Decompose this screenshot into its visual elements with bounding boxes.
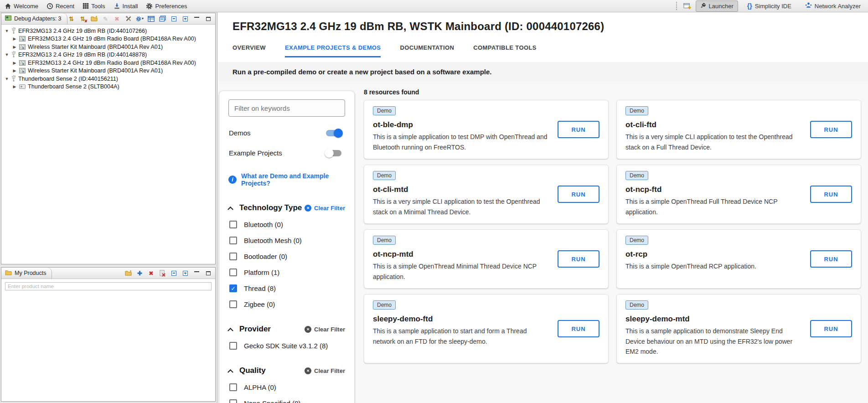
menu-preferences-label: Preferences xyxy=(155,3,187,10)
delete-product-icon[interactable]: ✖ xyxy=(147,269,155,277)
remove-all-products-icon[interactable] xyxy=(159,269,166,277)
expander-icon[interactable]: ▶ xyxy=(12,36,17,41)
minimize-icon[interactable] xyxy=(193,269,201,277)
chevron-up-icon[interactable] xyxy=(227,369,233,375)
tree-row[interactable]: ▼ EFR32MG13 2.4 GHz 19 dBm RB (ID:440107… xyxy=(1,27,215,35)
expander-icon[interactable]: ▶ xyxy=(12,84,17,89)
quality-clear-filter[interactable]: ✕ Clear Filter xyxy=(305,367,345,374)
checkbox[interactable] xyxy=(229,253,237,260)
tree-row[interactable]: ▶ Wireless Starter Kit Mainboard (BRD400… xyxy=(1,43,215,51)
menubar: Welcome Recent Tools Install Preferences… xyxy=(0,0,868,12)
maximize-icon[interactable] xyxy=(204,269,212,277)
debug-adapters-title: Debug Adapters: 3 xyxy=(14,16,62,22)
filter-option-alpha[interactable]: ALPHA (0) xyxy=(228,383,345,391)
tree-row-label: EFR32MG13 2.4 GHz 19 dBm Radio Board (BR… xyxy=(28,60,196,66)
tree-row[interactable]: ▶ Thunderboard Sense 2 (SLTB004A) xyxy=(1,83,215,91)
perspective-simplicity-ide[interactable]: {} Simplicity IDE xyxy=(743,0,796,11)
add-product-icon[interactable]: ✚ xyxy=(136,269,144,277)
card-ot-ncp-mtd: Demo ot-ncp-mtd This is a simple OpenThr… xyxy=(364,229,609,289)
expander-icon[interactable]: ▶ xyxy=(12,68,17,73)
run-button[interactable]: RUN xyxy=(558,186,599,203)
tab-bar: OVERVIEW EXAMPLE PROJECTS & DEMOS DOCUME… xyxy=(232,44,537,57)
rename-icon[interactable]: ✎ xyxy=(102,15,109,23)
settings-gear-icon[interactable]: ▾ xyxy=(136,15,144,23)
menu-recent[interactable]: Recent xyxy=(46,3,74,10)
run-button[interactable]: RUN xyxy=(810,320,852,337)
menu-welcome[interactable]: Welcome xyxy=(5,3,38,10)
filter-option-platform[interactable]: Platform (1) xyxy=(228,269,345,276)
checkbox[interactable] xyxy=(229,237,237,244)
my-products-panel: My Products ✚ ✖ xyxy=(1,267,216,402)
checkbox[interactable] xyxy=(229,221,237,228)
menu-tools[interactable]: Tools xyxy=(83,3,105,10)
tab-example-projects-demos[interactable]: EXAMPLE PROJECTS & DEMOS xyxy=(285,44,381,57)
tree-row[interactable]: ▶ EFR32MG13 2.4 GHz 19 dBm Radio Board (… xyxy=(1,35,215,43)
expander-icon[interactable]: ▶ xyxy=(12,61,17,65)
tree-row[interactable]: ▼ Thunderboard Sense 2 (ID:440156211) xyxy=(1,75,215,83)
minimize-icon[interactable] xyxy=(193,15,201,23)
chevron-up-icon[interactable] xyxy=(227,206,233,212)
tab-compatible-tools[interactable]: COMPATIBLE TOOLS xyxy=(473,44,537,57)
checkbox[interactable] xyxy=(229,383,237,391)
adapter-tools-icon[interactable] xyxy=(124,15,132,23)
tab-documentation[interactable]: DOCUMENTATION xyxy=(400,44,454,57)
open-perspective-icon[interactable] xyxy=(683,2,691,10)
expand-all-icon[interactable] xyxy=(181,15,189,23)
expand-all-icon[interactable] xyxy=(181,269,189,277)
run-button[interactable]: RUN xyxy=(810,186,852,203)
keyword-filter-input[interactable] xyxy=(228,99,345,117)
expander-icon[interactable]: ▼ xyxy=(5,77,9,81)
menu-preferences[interactable]: Preferences xyxy=(146,3,187,10)
filter-option-bootloader[interactable]: Bootloader (0) xyxy=(228,253,345,260)
demos-toggle[interactable] xyxy=(326,130,341,136)
expander-icon[interactable]: ▼ xyxy=(5,52,9,57)
tree-row[interactable]: ▶ EFR32MG13 2.4 GHz 19 dBm Radio Board (… xyxy=(1,59,215,67)
checkbox[interactable] xyxy=(229,269,237,276)
table-view-icon[interactable] xyxy=(147,15,155,23)
disconnect-icon[interactable]: ⇅✘ xyxy=(79,15,87,23)
connect-icon[interactable]: ⇅ xyxy=(67,15,75,23)
example-projects-toggle[interactable] xyxy=(326,150,341,156)
filter-option-zigbee[interactable]: Zigbee (0) xyxy=(228,300,345,308)
filter-option-none-specified[interactable]: None Specified (8) xyxy=(228,399,345,403)
collapse-all-icon[interactable] xyxy=(170,269,178,277)
checkbox-checked[interactable]: ✓ xyxy=(229,284,237,292)
checkbox[interactable] xyxy=(229,399,237,403)
chevron-up-icon[interactable] xyxy=(227,327,233,333)
layered-view-icon[interactable] xyxy=(159,15,166,23)
product-name-input[interactable] xyxy=(5,282,212,290)
checkbox[interactable] xyxy=(229,342,237,350)
tree-row[interactable]: ▶ Wireless Starter Kit Mainboard (BRD400… xyxy=(1,67,215,75)
maximize-icon[interactable] xyxy=(204,15,212,23)
menu-install[interactable]: Install xyxy=(114,3,138,10)
tree-row[interactable]: ▼ EFR32MG13 2.4 GHz 19 dBm RB (ID:440148… xyxy=(1,51,215,59)
collapse-all-icon[interactable] xyxy=(170,15,178,23)
my-products-tab[interactable]: My Products xyxy=(1,268,52,279)
filter-option-bluetooth[interactable]: Bluetooth (0) xyxy=(228,221,345,228)
filter-option-gecko-sdk[interactable]: Gecko SDK Suite v3.1.2 (8) xyxy=(228,342,345,350)
delete-adapter-icon[interactable]: ✖ xyxy=(113,15,121,23)
debug-adapters-tab[interactable]: Debug Adapters: 3 xyxy=(1,13,67,24)
filter-option-bluetooth-mesh[interactable]: Bluetooth Mesh (0) xyxy=(228,237,345,244)
demo-example-info-link[interactable]: What are Demo and Example Projects? xyxy=(241,172,345,187)
menu-install-label: Install xyxy=(123,3,138,10)
run-button[interactable]: RUN xyxy=(810,250,852,268)
results-count: 8 resources found xyxy=(364,88,864,96)
card-ot-ble-dmp: Demo ot-ble-dmp This is a simple applica… xyxy=(364,100,609,159)
tab-overview[interactable]: OVERVIEW xyxy=(232,44,266,57)
technology-type-clear-filter[interactable]: ✕ Clear Filter xyxy=(305,205,345,212)
run-button[interactable]: RUN xyxy=(558,250,599,268)
checkbox[interactable] xyxy=(229,300,237,308)
expander-icon[interactable]: ▶ xyxy=(12,45,17,49)
quality-section-header: Quality ✕ Clear Filter xyxy=(228,366,345,375)
run-button[interactable]: RUN xyxy=(558,320,599,337)
perspective-launcher[interactable]: Launcher xyxy=(696,0,738,12)
run-button[interactable]: RUN xyxy=(810,121,852,138)
provider-clear-filter[interactable]: ✕ Clear Filter xyxy=(305,326,345,333)
expander-icon[interactable]: ▼ xyxy=(5,29,9,33)
perspective-network-analyzer[interactable]: Network Analyzer xyxy=(801,0,865,12)
new-group-icon[interactable] xyxy=(90,15,98,23)
filter-option-thread[interactable]: ✓ Thread (8) xyxy=(228,284,345,292)
run-button[interactable]: RUN xyxy=(558,121,599,138)
new-folder-icon[interactable] xyxy=(124,269,132,277)
